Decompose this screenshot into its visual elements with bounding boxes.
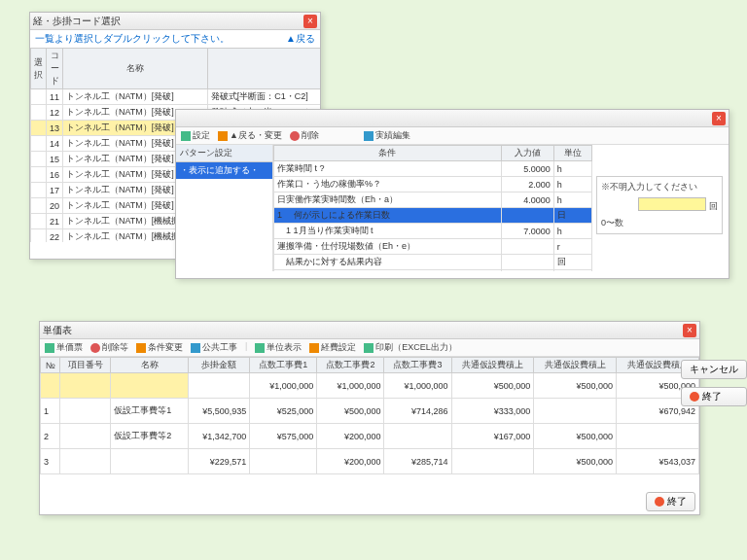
col-header: 共通仮設費積上 [534, 358, 617, 373]
input-panel: ※不明入力してください 回 0〜数 [596, 176, 723, 234]
window-title: 経・歩掛コード選択 [33, 15, 121, 28]
col-header: 歩掛金額 [189, 358, 250, 373]
unit-price-window: 単価表 × 単価票 削除等 条件変更 公共工事 | 単位表示 経費設定 印刷（E… [39, 321, 700, 515]
tab-edit[interactable]: ▲戻る・変更 [218, 129, 282, 142]
col-header: 点数工事費1 [250, 358, 317, 373]
col-header: 項目番号 [60, 358, 111, 373]
tool-ticket[interactable]: 単価票 [45, 341, 83, 354]
table-row[interactable]: 1仮設工事費等1¥5,500,935¥525,000¥500,000¥714,2… [41, 399, 699, 424]
instruction-link[interactable]: 一覧より選択しダブルクリックして下さい。 [30, 30, 234, 48]
table-row[interactable]: 1 1月当り作業実時間 t7.0000h [274, 224, 592, 239]
public-icon [191, 343, 200, 353]
close-icon[interactable]: × [303, 15, 317, 28]
table-row[interactable]: 日実働作業実時間数（Eh・a）4.0000h [274, 192, 592, 208]
table-icon [364, 131, 374, 141]
col-header: 選択 [31, 49, 47, 89]
price-table: №項目番号名称歩掛金額点数工事費1点数工事費2点数工事費3共通仮設費積上共通仮設… [40, 357, 699, 474]
condition-table: 条件入力値単位 作業時間 t ?5.0000h作業口・う地の稼働率%？2.000… [273, 145, 592, 271]
close-icon[interactable]: × [683, 324, 696, 337]
titlebar: 経・歩掛コード選択 × [30, 13, 320, 30]
doc-icon [45, 343, 54, 353]
fee-icon [309, 343, 319, 353]
titlebar: 単価表 × [40, 322, 699, 339]
table-row[interactable]: 結果かに対する結果内容回 [274, 255, 592, 270]
col-header: 共通仮設費積上 [451, 358, 534, 373]
toolbar: 単価票 削除等 条件変更 公共工事 | 単位表示 経費設定 印刷（EXCEL出力… [40, 339, 699, 357]
pattern-header: パターン設定 [176, 145, 272, 162]
table-row[interactable]: 1 何が示しによる作業日数日 [274, 208, 592, 224]
done-button[interactable]: 終了 [681, 387, 747, 406]
table-row[interactable]: 運搬準備・仕付現場数値（Eh・e）r [274, 239, 592, 255]
input-label: ※不明入力してください [601, 181, 718, 193]
table-row[interactable]: 2仮設工事費等2¥1,342,700¥575,000¥200,000¥167,0… [41, 424, 699, 449]
window-title: 単価表 [43, 324, 72, 337]
col-header: 点数工事費3 [384, 358, 451, 373]
tab-setting[interactable]: 設定 [181, 129, 210, 142]
table-row[interactable]: 作業時間 t ?5.0000h [274, 161, 592, 177]
stop-icon [655, 497, 664, 507]
tab-results[interactable]: 実績編集 [364, 129, 410, 142]
cancel-button[interactable]: キャンセル [681, 360, 747, 379]
cond-icon [136, 343, 146, 353]
close-icon[interactable]: × [712, 112, 726, 125]
pattern-item[interactable]: ・表示に追加する・ [176, 162, 272, 179]
pattern-pane: パターン設定 ・表示に追加する・ [176, 145, 273, 271]
condition-window: × 設定 ▲戻る・変更 削除 実績編集 パターン設定 ・表示に追加する・ 条件入… [175, 109, 729, 279]
col-header: コード [47, 49, 63, 89]
edit-icon [218, 131, 228, 141]
col-header: 条件 [274, 146, 502, 161]
tool-print[interactable]: 印刷（EXCEL出力） [364, 341, 457, 354]
table-row[interactable]: ¥1,000,000¥1,000,000¥1,000,000¥500,000¥5… [41, 373, 699, 399]
print-icon [364, 343, 374, 353]
back-link[interactable]: ▲戻る [281, 30, 320, 48]
col-header: № [41, 358, 60, 373]
footer-done-button[interactable]: 終了 [646, 492, 695, 511]
toolbar: 設定 ▲戻る・変更 削除 実績編集 [176, 127, 729, 145]
col-header: 点数工事費2 [317, 358, 384, 373]
col-header: 名称 [63, 49, 208, 89]
tab-delete[interactable]: 削除 [290, 129, 319, 142]
tool-public[interactable]: 公共工事 [191, 341, 237, 354]
unit-label: 回 [709, 201, 718, 211]
unit-icon [255, 343, 265, 353]
gear-icon [181, 131, 191, 141]
titlebar: × [176, 110, 729, 127]
col-header [207, 49, 320, 89]
table-row[interactable]: 11トンネル工（NATM）[発破]発破式[半断面：C1・C2] [31, 89, 321, 105]
delete-icon [90, 343, 100, 353]
delete-icon [290, 131, 300, 141]
table-row[interactable]: 1 1回当り現場実時間 t1.0000h [274, 270, 592, 272]
value-input[interactable] [638, 197, 706, 211]
tool-delete[interactable]: 削除等 [90, 341, 128, 354]
table-row[interactable]: 3¥229,571¥200,000¥285,714¥500,000¥543,03… [41, 449, 699, 474]
tool-cond[interactable]: 条件変更 [136, 341, 183, 354]
col-header: 名称 [111, 358, 189, 373]
table-row[interactable]: 作業口・う地の稼働率%？2.000h [274, 177, 592, 192]
tool-fee[interactable]: 経費設定 [309, 341, 356, 354]
range-label: 0〜数 [601, 217, 623, 229]
col-header: 入力値 [501, 146, 553, 161]
stop-icon [690, 392, 699, 402]
col-header: 単位 [553, 146, 591, 161]
tool-unit[interactable]: 単位表示 [255, 341, 302, 354]
